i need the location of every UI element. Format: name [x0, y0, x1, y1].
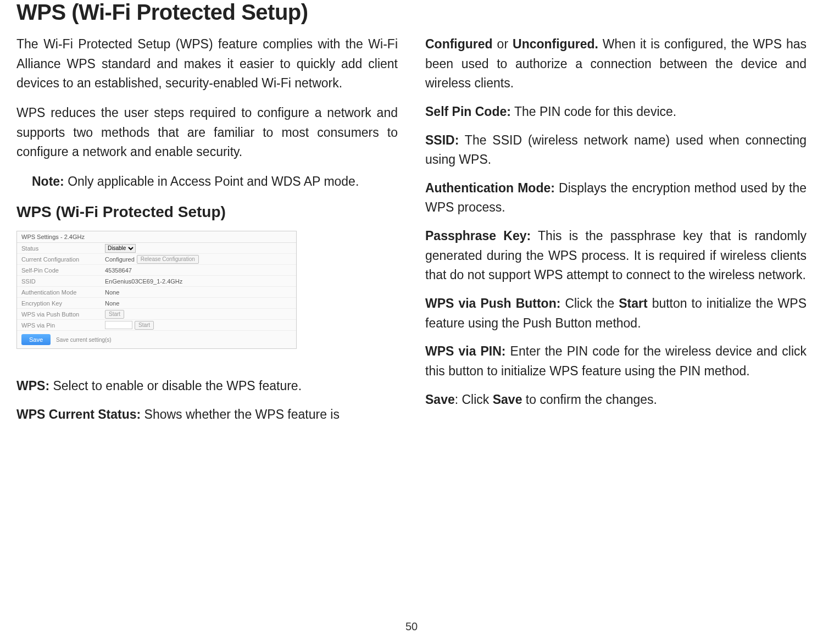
def-status-text: Shows whether the WPS feature is — [141, 407, 340, 421]
push-start-button[interactable]: Start — [105, 310, 124, 319]
row-save: Save Save current setting(s) — [17, 331, 296, 348]
ssid-label: SSID — [17, 278, 105, 285]
push-bold: Start — [619, 296, 647, 310]
ssid-value: EnGenius03CE69_1-2.4GHz — [105, 278, 296, 285]
row-ssid: SSID EnGenius03CE69_1-2.4GHz — [17, 276, 296, 287]
pass-label-def: Passphrase Key: — [425, 229, 531, 243]
def-pin: WPS via PIN: Enter the PIN code for the … — [425, 342, 807, 381]
page-title: WPS (Wi-Fi Protected Setup) — [16, 0, 807, 25]
save-text-def: to confirm the changes. — [522, 392, 657, 407]
def-wps: WPS: Select to enable or disable the WPS… — [16, 376, 398, 396]
intro-paragraph-1: The Wi-Fi Protected Setup (WPS) feature … — [16, 35, 398, 93]
enc-key-label: Encryption Key — [17, 300, 105, 307]
save-button[interactable]: Save — [21, 334, 51, 345]
section-heading: WPS (Wi-Fi Protected Setup) — [16, 203, 398, 221]
pin-start-button[interactable]: Start — [135, 321, 154, 330]
row-auth-mode: Authentication Mode None — [17, 287, 296, 298]
screenshot-header: WPS Settings - 2.4GHz — [17, 231, 296, 243]
def-passphrase: Passphrase Key: This is the passphrase k… — [425, 226, 807, 285]
self-pin-label-def: Self Pin Code: — [425, 104, 511, 119]
two-column-layout: The Wi-Fi Protected Setup (WPS) feature … — [16, 35, 807, 425]
push-label-def: WPS via Push Button: — [425, 296, 560, 310]
row-pin: WPS via Pin Start — [17, 320, 296, 331]
note-paragraph: Note: Only applicable in Access Point an… — [16, 172, 398, 192]
push-text-a: Click the — [560, 296, 619, 310]
def-status-label: WPS Current Status: — [16, 407, 141, 421]
auth-mode-value: None — [105, 289, 296, 296]
def-auth: Authentication Mode: Displays the encryp… — [425, 179, 807, 218]
status-select[interactable]: Disable — [105, 244, 136, 253]
auth-mode-label: Authentication Mode — [17, 289, 105, 296]
save-mid: : Click — [455, 392, 493, 407]
push-button-label: WPS via Push Button — [17, 311, 105, 318]
enc-key-value: None — [105, 300, 296, 307]
self-pin-text-def: The PIN code for this device. — [511, 104, 676, 119]
self-pin-label: Self-Pin Code — [17, 267, 105, 274]
status-label: Status — [17, 245, 105, 252]
pin-label: WPS via Pin — [17, 322, 105, 329]
current-config-label: Current Configuration — [17, 256, 105, 263]
save-label-def: Save — [425, 392, 455, 407]
row-push-button: WPS via Push Button Start — [17, 309, 296, 320]
note-label: Note: — [32, 174, 64, 188]
ssid-text-def: The SSID (wireless network name) used wh… — [425, 133, 807, 167]
def-push-button: WPS via Push Button: Click the Start but… — [425, 294, 807, 333]
right-column: Configured or Unconfigured. When it is c… — [425, 35, 807, 425]
def-self-pin: Self Pin Code: The PIN code for this dev… — [425, 102, 807, 122]
def-ssid: SSID: The SSID (wireless network name) u… — [425, 131, 807, 170]
def-wps-label: WPS: — [16, 379, 49, 393]
def-wps-status: WPS Current Status: Shows whether the WP… — [16, 405, 398, 425]
left-column: The Wi-Fi Protected Setup (WPS) feature … — [16, 35, 398, 425]
self-pin-value: 45358647 — [105, 267, 296, 274]
def-save: Save: Click Save to confirm the changes. — [425, 390, 807, 410]
ssid-label-def: SSID: — [425, 133, 459, 147]
current-config-value: Configured — [105, 256, 135, 263]
wps-settings-screenshot: WPS Settings - 2.4GHz Status Disable Cur… — [16, 231, 297, 349]
save-caption: Save current setting(s) — [56, 337, 112, 343]
row-current-config: Current Configuration Configured Release… — [17, 254, 296, 265]
pin-input[interactable] — [105, 321, 132, 329]
auth-label-def: Authentication Mode: — [425, 181, 555, 195]
row-self-pin: Self-Pin Code 45358647 — [17, 265, 296, 276]
row-enc-key: Encryption Key None — [17, 298, 296, 309]
intro-paragraph-2: WPS reduces the user steps required to c… — [16, 103, 398, 162]
save-bold: Save — [493, 392, 522, 407]
status-cont-bold1: Configured — [425, 37, 493, 51]
page-number: 50 — [0, 620, 823, 633]
pin-label-def: WPS via PIN: — [425, 344, 506, 358]
status-cont-bold2: Unconfigured. — [513, 37, 598, 51]
release-config-button[interactable]: Release Configuration — [137, 255, 199, 264]
def-wps-text: Select to enable or disable the WPS feat… — [49, 379, 302, 393]
row-status: Status Disable — [17, 243, 296, 254]
note-text: Only applicable in Access Point and WDS … — [64, 174, 359, 188]
def-status-continued: Configured or Unconfigured. When it is c… — [425, 35, 807, 93]
status-cont-mid: or — [493, 37, 513, 51]
